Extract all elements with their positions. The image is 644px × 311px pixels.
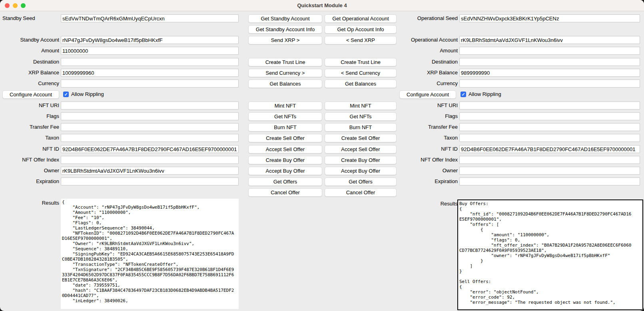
standby-transfer-fee-label: Transfer Fee: [0, 123, 59, 131]
create-buy-offer-operational-button[interactable]: Create Buy Offer: [325, 156, 397, 164]
get-op-account-info-button[interactable]: Get Op Account Info: [325, 25, 397, 34]
accept-buy-offer-standby-button[interactable]: Accept Buy Offer: [248, 167, 322, 175]
accept-sell-offer-operational-button[interactable]: Accept Sell Offer: [325, 145, 397, 154]
standby-nft-id-input[interactable]: [61, 145, 239, 153]
operational-xrp-balance-input[interactable]: [459, 69, 640, 77]
standby-amount-label: Amount: [0, 47, 59, 55]
operational-flags-label: Flags: [399, 112, 458, 120]
create-buy-offer-standby-button[interactable]: Create Buy Offer: [248, 156, 322, 164]
get-nfts-operational-button[interactable]: Get NFTs: [325, 112, 397, 121]
standby-currency-label: Currency: [0, 80, 59, 88]
standby-flags-label: Flags: [0, 112, 59, 120]
create-trust-line-standby-button[interactable]: Create Trust Line: [248, 58, 322, 66]
operational-currency-label: Currency: [399, 80, 458, 88]
cancel-offer-standby-button[interactable]: Cancel Offer: [248, 188, 322, 197]
standby-nft-offer-index-input[interactable]: [61, 156, 239, 164]
operational-account-label: Operational Account: [399, 36, 458, 44]
operational-account-input[interactable]: [459, 36, 640, 44]
standby-account-label: Standby Account: [0, 36, 59, 44]
operational-taxon-label: Taxon: [399, 134, 458, 142]
operational-amount-input[interactable]: [459, 47, 640, 55]
minimize-window-icon[interactable]: [13, 3, 18, 8]
standby-nft-offer-index-label: NFT Offer Index: [0, 156, 59, 164]
standby-seed-input[interactable]: [61, 14, 239, 22]
operational-owner-label: Owner: [399, 167, 458, 175]
operational-results-textarea[interactable]: Buy Offers: { "nft_id": "0008271092D4B6F…: [457, 199, 643, 310]
standby-account-input[interactable]: [61, 36, 239, 44]
operational-seed-label: Operational Seed: [399, 14, 458, 22]
mint-nft-standby-button[interactable]: Mint NFT: [248, 102, 322, 110]
check-icon: ✓: [461, 92, 465, 97]
standby-results-label: Results: [0, 199, 59, 207]
create-trust-line-operational-button[interactable]: Create Trust Line: [325, 58, 397, 66]
cancel-offer-operational-button[interactable]: Cancel Offer: [325, 188, 397, 197]
standby-expiration-input[interactable]: [61, 177, 239, 185]
burn-nft-operational-button[interactable]: Burn NFT: [325, 123, 397, 132]
close-window-icon[interactable]: [5, 3, 10, 8]
operational-expiration-input[interactable]: [459, 177, 640, 185]
standby-configure-account-button[interactable]: Configure Account: [2, 90, 59, 99]
operational-nft-offer-index-label: NFT Offer Index: [399, 156, 458, 164]
operational-expiration-label: Expiration: [399, 177, 458, 185]
zoom-window-icon[interactable]: [21, 3, 26, 8]
standby-taxon-input[interactable]: [61, 134, 239, 142]
create-sell-offer-operational-button[interactable]: Create Sell Offer: [325, 134, 397, 142]
operational-transfer-fee-label: Transfer Fee: [399, 123, 458, 131]
operational-destination-label: Destination: [399, 58, 458, 66]
operational-nft-id-label: NFT ID: [399, 145, 458, 153]
standby-transfer-fee-input[interactable]: [61, 123, 239, 131]
standby-nft-uri-input[interactable]: [61, 102, 239, 110]
burn-nft-standby-button[interactable]: Burn NFT: [248, 123, 322, 132]
create-sell-offer-standby-button[interactable]: Create Sell Offer: [248, 134, 322, 142]
standby-destination-input[interactable]: [61, 58, 239, 66]
get-balances-operational-button[interactable]: Get Balances: [325, 80, 397, 88]
standby-expiration-label: Expiration: [0, 177, 59, 185]
mint-nft-operational-button[interactable]: Mint NFT: [325, 102, 397, 110]
operational-nft-uri-input[interactable]: [459, 102, 640, 110]
get-offers-operational-button[interactable]: Get Offers: [325, 177, 397, 186]
operational-configure-account-button[interactable]: Configure Account: [399, 90, 456, 99]
operational-amount-label: Amount: [399, 47, 458, 55]
operational-destination-input[interactable]: [459, 58, 640, 66]
send-currency-to-operational-button[interactable]: Send Currency >: [248, 69, 322, 77]
operational-flags-input[interactable]: [459, 112, 640, 120]
operational-seed-input[interactable]: [459, 14, 640, 22]
standby-flags-input[interactable]: [61, 112, 239, 120]
app-window: Quickstart Module 4 Standby Seed Standby…: [0, 0, 644, 311]
operational-xrp-balance-label: XRP Balance: [399, 69, 458, 77]
standby-xrp-balance-input[interactable]: [61, 69, 239, 77]
operational-allow-rippling-checkbox[interactable]: ✓: [461, 92, 466, 97]
send-currency-to-standby-button[interactable]: < Send Currency: [325, 69, 397, 77]
get-standby-account-button[interactable]: Get Standby Account: [248, 14, 322, 23]
standby-nft-uri-label: NFT URI: [0, 102, 59, 110]
accept-buy-offer-operational-button[interactable]: Accept Buy Offer: [325, 167, 397, 175]
standby-seed-label: Standby Seed: [2, 14, 59, 22]
standby-results-textarea[interactable]: { "Account": "rNP47gJFvDyW8gsDo4weB17if5…: [61, 199, 239, 309]
standby-owner-input[interactable]: [61, 167, 239, 175]
operational-nft-id-input[interactable]: [459, 145, 640, 153]
operational-nft-uri-label: NFT URI: [399, 102, 458, 110]
standby-nft-id-label: NFT ID: [0, 145, 59, 153]
accept-sell-offer-standby-button[interactable]: Accept Sell Offer: [248, 145, 322, 154]
standby-allow-rippling-checkbox[interactable]: ✓: [63, 92, 69, 97]
get-nfts-standby-button[interactable]: Get NFTs: [248, 112, 322, 121]
standby-owner-label: Owner: [0, 167, 59, 175]
operational-owner-input[interactable]: [459, 167, 640, 175]
operational-results-label: Results: [399, 200, 458, 208]
get-offers-standby-button[interactable]: Get Offers: [248, 177, 322, 186]
send-xrp-to-operational-button[interactable]: Send XRP >: [248, 36, 322, 44]
standby-currency-input[interactable]: [61, 80, 239, 88]
get-balances-standby-button[interactable]: Get Balances: [248, 80, 322, 88]
get-operational-account-button[interactable]: Get Operational Account: [325, 14, 397, 23]
standby-allow-rippling-label: Allow Rippling: [71, 90, 104, 98]
standby-xrp-balance-label: XRP Balance: [0, 69, 59, 77]
operational-nft-offer-index-input[interactable]: [459, 156, 640, 164]
send-xrp-to-standby-button[interactable]: < Send XRP: [325, 36, 397, 44]
operational-taxon-input[interactable]: [459, 134, 640, 142]
standby-amount-input[interactable]: [61, 47, 239, 55]
standby-destination-label: Destination: [0, 58, 59, 66]
operational-transfer-fee-input[interactable]: [459, 123, 640, 131]
standby-taxon-label: Taxon: [0, 134, 59, 142]
get-standby-account-info-button[interactable]: Get Standby Account Info: [248, 25, 322, 34]
operational-currency-input[interactable]: [459, 80, 640, 88]
